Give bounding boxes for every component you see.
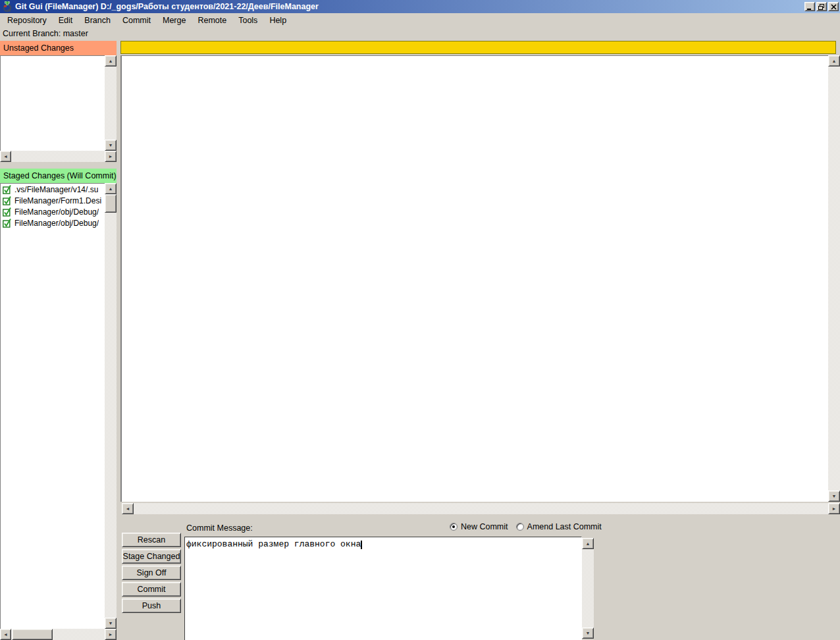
scroll-down-icon[interactable]: ▼ bbox=[105, 618, 117, 629]
commit-message-vertical-scrollbar[interactable]: ▲ ▼ bbox=[582, 537, 594, 640]
staged-file-row[interactable]: FileManager/obj/Debug/ bbox=[1, 206, 103, 217]
scroll-left-icon[interactable]: ◄ bbox=[122, 503, 134, 514]
scroll-up-icon[interactable]: ▲ bbox=[105, 55, 117, 67]
staged-check-icon bbox=[3, 218, 12, 228]
amend-last-commit-radio[interactable] bbox=[516, 523, 524, 531]
scrollbar-track[interactable] bbox=[828, 67, 840, 491]
menu-tools[interactable]: Tools bbox=[232, 14, 263, 26]
scroll-up-icon[interactable]: ▲ bbox=[828, 55, 840, 67]
staged-file-name[interactable]: FileManager/obj/Debug/ bbox=[14, 219, 99, 228]
staged-check-icon bbox=[3, 184, 12, 194]
staged-file-row[interactable]: .vs/FileManager/v14/.su bbox=[1, 184, 103, 195]
staged-file-row[interactable]: FileManager/obj/Debug/ bbox=[1, 217, 103, 228]
scroll-left-icon[interactable]: ◄ bbox=[0, 151, 11, 162]
new-commit-radio-label[interactable]: New Commit bbox=[461, 522, 508, 531]
staged-changes-header[interactable]: Staged Changes (Will Commit) bbox=[0, 169, 117, 183]
menu-merge[interactable]: Merge bbox=[157, 14, 192, 26]
git-gui-app-icon bbox=[2, 1, 13, 12]
commit-message-label: Commit Message: bbox=[186, 523, 253, 533]
scrollbar-track[interactable] bbox=[105, 194, 117, 618]
commit-message-input[interactable]: фиксированный размер главного окна bbox=[184, 537, 582, 640]
push-button[interactable]: Push bbox=[122, 599, 181, 613]
scrollbar-track[interactable] bbox=[11, 151, 105, 162]
scroll-up-icon[interactable]: ▲ bbox=[105, 183, 117, 194]
menu-bar: Repository Edit Branch Commit Merge Remo… bbox=[0, 13, 840, 27]
staged-vertical-scrollbar[interactable]: ▲ ▼ bbox=[105, 183, 117, 629]
unstaged-horizontal-scrollbar[interactable]: ◄ ► bbox=[0, 151, 117, 162]
scroll-right-icon[interactable]: ► bbox=[105, 629, 117, 640]
scrollbar-track[interactable] bbox=[582, 549, 594, 627]
new-commit-radio[interactable] bbox=[450, 523, 458, 531]
menu-help[interactable]: Help bbox=[263, 14, 292, 26]
scrollbar-thumb[interactable] bbox=[105, 194, 117, 213]
menu-remote[interactable]: Remote bbox=[192, 14, 232, 26]
diff-view[interactable] bbox=[120, 55, 840, 502]
stage-changed-button[interactable]: Stage Changed bbox=[122, 549, 181, 564]
diff-horizontal-scrollbar[interactable]: ◄ ► bbox=[122, 503, 840, 514]
title-bar[interactable]: Git Gui (FileManager) D:/_gogs/Работы ст… bbox=[0, 0, 840, 13]
scroll-right-icon[interactable]: ► bbox=[828, 503, 840, 514]
staged-file-name[interactable]: .vs/FileManager/v14/.su bbox=[14, 185, 98, 194]
staged-file-row[interactable]: FileManager/Form1.Desi bbox=[1, 195, 103, 206]
staged-horizontal-scrollbar[interactable]: ◄ ► bbox=[0, 629, 117, 640]
diff-header-bar bbox=[120, 41, 836, 54]
scrollbar-track[interactable] bbox=[105, 67, 117, 140]
staged-check-icon bbox=[3, 196, 12, 205]
text-caret bbox=[361, 541, 362, 549]
menu-commit[interactable]: Commit bbox=[117, 14, 157, 26]
sign-off-button[interactable]: Sign Off bbox=[122, 566, 181, 580]
scrollbar-track[interactable] bbox=[134, 503, 828, 514]
close-icon[interactable] bbox=[828, 2, 839, 11]
commit-message-text: фиксированный размер главного окна bbox=[186, 539, 361, 549]
diff-vertical-scrollbar[interactable]: ▲ ▼ bbox=[828, 55, 840, 502]
restore-button[interactable] bbox=[816, 2, 827, 11]
scrollbar-thumb[interactable] bbox=[12, 629, 53, 640]
menu-branch[interactable]: Branch bbox=[78, 14, 117, 26]
scroll-right-icon[interactable]: ► bbox=[105, 151, 117, 162]
git-gui-window: Git Gui (FileManager) D:/_gogs/Работы ст… bbox=[0, 0, 840, 640]
menu-repository[interactable]: Repository bbox=[1, 14, 53, 26]
unstaged-file-list[interactable] bbox=[0, 55, 117, 151]
staged-file-name[interactable]: FileManager/Form1.Desi bbox=[14, 196, 101, 205]
scroll-down-icon[interactable]: ▼ bbox=[582, 627, 594, 639]
commit-button[interactable]: Commit bbox=[122, 582, 181, 597]
commit-type-radio-group: New Commit Amend Last Commit bbox=[450, 522, 602, 531]
current-branch-label: Current Branch: master bbox=[3, 29, 88, 38]
staged-file-list[interactable]: .vs/FileManager/v14/.su FileManager/Form… bbox=[0, 183, 117, 629]
scroll-down-icon[interactable]: ▼ bbox=[828, 491, 840, 502]
staged-check-icon bbox=[3, 207, 12, 217]
window-title: Git Gui (FileManager) D:/_gogs/Работы ст… bbox=[15, 2, 319, 11]
amend-last-commit-radio-label[interactable]: Amend Last Commit bbox=[527, 522, 602, 531]
scroll-left-icon[interactable]: ◄ bbox=[0, 629, 11, 640]
scroll-up-icon[interactable]: ▲ bbox=[582, 538, 594, 549]
minimize-button[interactable] bbox=[804, 2, 815, 11]
menu-edit[interactable]: Edit bbox=[53, 14, 79, 26]
scroll-down-icon[interactable]: ▼ bbox=[105, 140, 117, 151]
unstaged-vertical-scrollbar[interactable]: ▲ ▼ bbox=[105, 55, 117, 151]
staged-file-name[interactable]: FileManager/obj/Debug/ bbox=[14, 207, 99, 217]
unstaged-changes-header[interactable]: Unstaged Changes bbox=[0, 41, 117, 55]
rescan-button[interactable]: Rescan bbox=[122, 533, 181, 547]
